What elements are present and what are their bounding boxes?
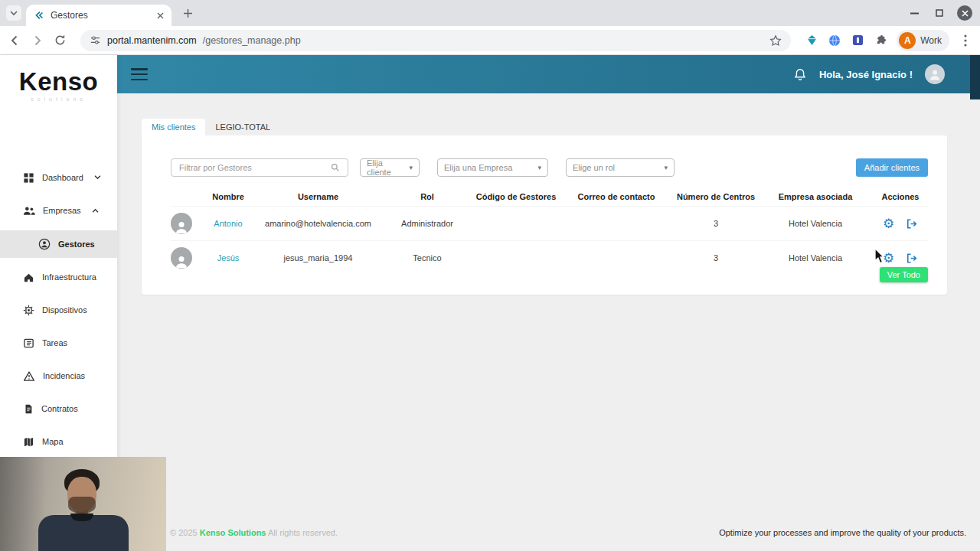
sidebar-item-contratos[interactable]: Contratos: [0, 396, 117, 422]
tab-mis-clientes[interactable]: Mis clientes: [142, 119, 205, 135]
ver-todo-button[interactable]: Ver Todo: [880, 267, 928, 282]
close-button[interactable]: [957, 5, 972, 21]
table-row[interactable]: Jesús jesus_maria_1994 Tecnico 3 Hotel V…: [171, 240, 928, 275]
person-icon: [174, 253, 189, 269]
document-icon: [23, 403, 34, 415]
maximize-icon: [936, 9, 943, 17]
extension-icon-2[interactable]: [828, 34, 841, 47]
tab-legio-total[interactable]: LEGIO-TOTAL: [205, 119, 280, 135]
home-icon: [23, 272, 34, 283]
notifications-bell-icon[interactable]: [793, 67, 807, 82]
copyright-suffix: All rights reserved.: [266, 528, 338, 537]
select-rol[interactable]: Elige un rol▾: [566, 158, 675, 177]
user-greeting: Hola, José Ignacio !: [819, 69, 913, 80]
map-icon: [23, 436, 34, 448]
sidebar-item-label: Dispositivos: [42, 305, 87, 315]
url-path: /gestores_manage.php: [203, 35, 301, 46]
warning-triangle-icon: [23, 370, 35, 382]
select-cliente[interactable]: Elija cliente▾: [360, 158, 420, 177]
search-icon: [330, 162, 341, 173]
extension-icon-1[interactable]: [805, 34, 818, 47]
page-header: Hola, José Ignacio !: [117, 55, 980, 93]
settings-gear-icon[interactable]: ⚙: [883, 217, 894, 230]
chevron-down-icon: ▾: [537, 164, 541, 171]
avatar: [171, 247, 192, 269]
search-input[interactable]: [171, 158, 348, 177]
device-gear-icon: [23, 305, 34, 316]
sidebar-item-label: Incidencias: [43, 371, 85, 380]
task-list-icon: [23, 337, 34, 349]
footer-tagline: Optimize your processes and improve the …: [719, 528, 966, 537]
browser-profile[interactable]: A Work: [897, 30, 949, 51]
logo-subtext: solutions: [0, 96, 117, 102]
sidebar-item-dispositivos[interactable]: Dispositivos: [0, 297, 117, 323]
sidebar-item-infraestructura[interactable]: Infraestructura: [0, 264, 117, 290]
col-acciones: Acciones: [873, 192, 928, 201]
select-cliente-value: Elija cliente: [367, 158, 404, 177]
copyright-prefix: © 2025: [170, 528, 200, 537]
hamburger-menu-icon[interactable]: [131, 68, 148, 80]
extension-icon-3[interactable]: [851, 34, 864, 47]
site-info-icon[interactable]: [90, 34, 101, 46]
col-rol: Rol: [381, 192, 473, 201]
maximize-button[interactable]: [932, 5, 947, 21]
minimize-button[interactable]: [906, 5, 922, 21]
table-row[interactable]: Antonio amarino@hotelvalencia.com Admini…: [171, 206, 928, 240]
close-icon: [962, 10, 969, 17]
back-icon[interactable]: [8, 34, 21, 47]
url-host: portal.mantenim.com: [107, 35, 197, 46]
person-icon: [174, 219, 189, 234]
sidebar-item-gestores[interactable]: Gestores: [0, 230, 117, 258]
add-clients-button[interactable]: Añadir clientes: [856, 158, 928, 177]
col-correo: Correo de contacto: [559, 192, 674, 201]
webcam-overlay: [0, 457, 166, 551]
forward-icon[interactable]: [31, 34, 44, 47]
sidebar-item-empresas[interactable]: Empresas: [0, 197, 117, 223]
sidebar-item-tareas[interactable]: Tareas: [0, 330, 117, 356]
tab-close-icon[interactable]: [157, 12, 164, 19]
extensions-puzzle-icon[interactable]: [874, 34, 887, 47]
footer-brand-link[interactable]: Kenso Solutions: [200, 528, 266, 537]
minimize-icon: [910, 12, 919, 15]
select-empresa[interactable]: Elija una Empresa▾: [437, 158, 548, 177]
bookmark-star-icon[interactable]: [769, 34, 782, 47]
browser-titlebar: Gestores: [0, 0, 980, 26]
avatar: [171, 213, 192, 234]
copyright-text: © 2025 Kenso Solutions All rights reserv…: [170, 528, 338, 537]
sidebar-item-incidencias[interactable]: Incidencias: [0, 363, 117, 389]
sidebar-item-label: Dashboard: [42, 173, 83, 182]
webcam-person-beard: [68, 497, 96, 514]
address-bar[interactable]: portal.mantenim.com/gestores_manage.php: [80, 30, 791, 51]
sidebar-item-label: Gestores: [58, 240, 95, 249]
col-nombre: Nombre: [201, 192, 255, 201]
browser-toolbar: portal.mantenim.com/gestores_manage.php …: [0, 26, 980, 55]
chevron-down-icon: ▾: [409, 164, 413, 171]
content-tabs: Mis clientes LEGIO-TOTAL: [142, 119, 280, 135]
col-username: Username: [255, 192, 381, 201]
sidebar-item-label: Contratos: [41, 404, 78, 413]
sidebar-item-label: Infraestructura: [42, 272, 96, 282]
reload-icon[interactable]: [54, 34, 67, 47]
chevron-down-icon: ▾: [664, 164, 668, 171]
empresa-cell: Hotel Valencia: [758, 253, 873, 262]
browser-menu-kebab-icon[interactable]: [959, 34, 972, 47]
profile-avatar: A: [899, 32, 916, 49]
manager-name-link[interactable]: Jesús: [217, 253, 240, 262]
sidebar-item-dashboard[interactable]: Dashboard: [0, 165, 117, 191]
chevron-up-icon: [92, 208, 99, 213]
people-icon: [23, 206, 35, 216]
browser-tab[interactable]: Gestores: [26, 5, 172, 26]
table-header-row: Nombre Username Rol Código de Gestores C…: [171, 187, 928, 206]
col-empresa: Empresa asociada: [758, 192, 873, 201]
profile-label: Work: [920, 35, 942, 46]
user-avatar[interactable]: [925, 64, 945, 84]
logout-icon[interactable]: [905, 217, 918, 230]
settings-gear-icon[interactable]: ⚙: [883, 252, 894, 265]
new-tab-button[interactable]: [181, 6, 195, 21]
tab-search-button[interactable]: [6, 5, 21, 21]
empresa-cell: Hotel Valencia: [758, 219, 873, 228]
sidebar-item-mapa[interactable]: Mapa: [0, 429, 117, 455]
manager-name-link[interactable]: Antonio: [214, 219, 242, 228]
sidebar-item-label: Mapa: [42, 437, 64, 446]
logout-icon[interactable]: [905, 252, 918, 265]
